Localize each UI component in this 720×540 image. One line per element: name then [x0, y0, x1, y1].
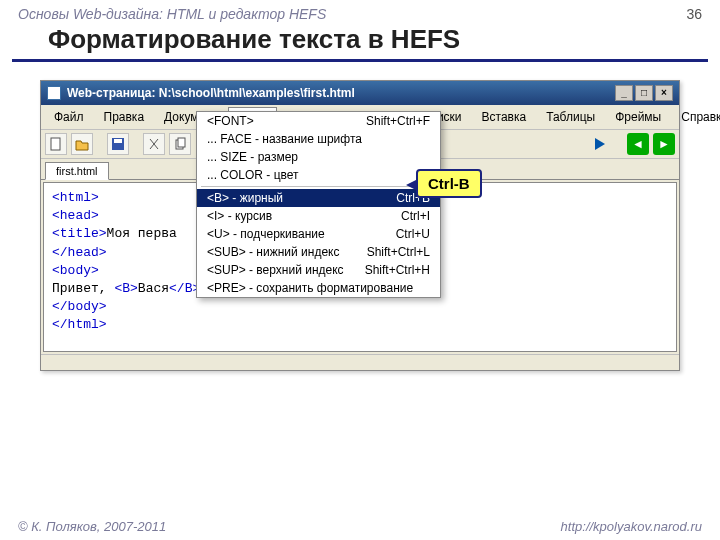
menu-правка[interactable]: Правка: [95, 107, 154, 127]
slide-title: Форматирование текста в HEFS: [12, 24, 708, 62]
text-menu-dropdown: <FONT>Shift+Ctrl+F... FACE - название шр…: [196, 111, 441, 298]
nav-back-button[interactable]: ◄: [627, 133, 649, 155]
save-button[interactable]: [107, 133, 129, 155]
shortcut-callout: Ctrl-B: [416, 169, 482, 198]
dropdown-item[interactable]: ... SIZE - размер: [197, 148, 440, 166]
svg-rect-4: [178, 138, 185, 147]
slide-header: Основы Web-дизайна: HTML и редактор HEFS: [18, 6, 326, 22]
menu-фреймы[interactable]: Фреймы: [606, 107, 670, 127]
dropdown-separator: [201, 186, 436, 187]
minimize-button[interactable]: _: [615, 85, 633, 101]
open-file-button[interactable]: [71, 133, 93, 155]
footer-url: http://kpolyakov.narod.ru: [561, 519, 702, 534]
dropdown-item[interactable]: <I> - курсивCtrl+I: [197, 207, 440, 225]
dropdown-item[interactable]: <PRE> - сохранить форматирование: [197, 279, 440, 297]
copy-button[interactable]: [169, 133, 191, 155]
new-file-button[interactable]: [45, 133, 67, 155]
dropdown-item[interactable]: <SUB> - нижний индексShift+Ctrl+L: [197, 243, 440, 261]
page-number: 36: [686, 6, 702, 22]
svg-rect-0: [51, 138, 60, 150]
titlebar: Web-страница: N:\school\html\examples\fi…: [41, 81, 679, 105]
menu-таблицы[interactable]: Таблицы: [537, 107, 604, 127]
maximize-button[interactable]: □: [635, 85, 653, 101]
menu-справка[interactable]: Справка: [672, 107, 720, 127]
cut-button[interactable]: [143, 133, 165, 155]
document-icon: [47, 86, 61, 100]
footer-copyright: © К. Поляков, 2007-2011: [18, 519, 166, 534]
app-window: Web-страница: N:\school\html\examples\fi…: [40, 80, 680, 371]
dropdown-item[interactable]: ... FACE - название шрифта: [197, 130, 440, 148]
close-button[interactable]: ×: [655, 85, 673, 101]
menu-файл[interactable]: Файл: [45, 107, 93, 127]
dropdown-item[interactable]: ... COLOR - цвет: [197, 166, 440, 184]
statusbar: [41, 354, 679, 370]
play-icon[interactable]: [595, 138, 605, 150]
dropdown-item[interactable]: <FONT>Shift+Ctrl+F: [197, 112, 440, 130]
svg-rect-2: [114, 139, 122, 143]
file-tab[interactable]: first.html: [45, 162, 109, 180]
menu-вставка[interactable]: Вставка: [473, 107, 536, 127]
dropdown-item[interactable]: <U> - подчеркиваниеCtrl+U: [197, 225, 440, 243]
window-title: Web-страница: N:\school\html\examples\fi…: [67, 86, 355, 100]
nav-forward-button[interactable]: ►: [653, 133, 675, 155]
dropdown-item[interactable]: <B> - жирныйCtrl+B: [197, 189, 440, 207]
dropdown-item[interactable]: <SUP> - верхний индексShift+Ctrl+H: [197, 261, 440, 279]
